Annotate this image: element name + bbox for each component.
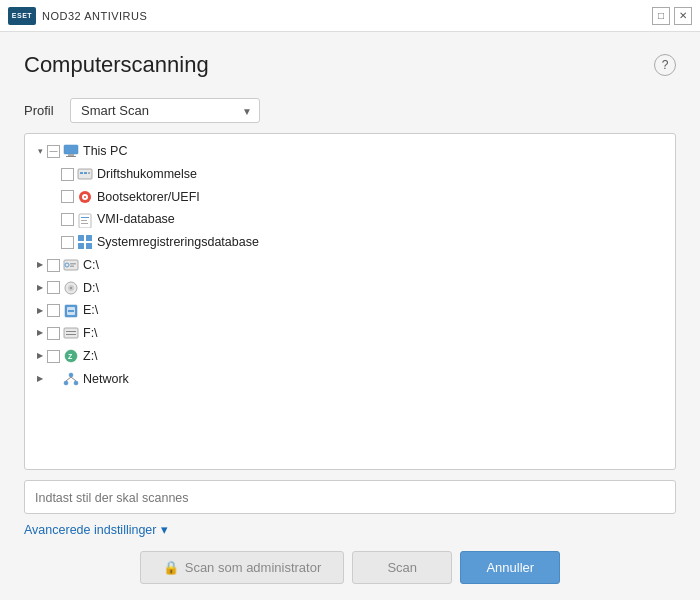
page-header: Computerscanning ? [24, 52, 676, 78]
svg-line-36 [66, 377, 71, 381]
page-title: Computerscanning [24, 52, 209, 78]
icon-driftshukommelse [77, 166, 93, 182]
svg-rect-27 [68, 310, 74, 312]
svg-point-35 [74, 381, 78, 385]
svg-rect-15 [86, 235, 92, 241]
icon-network [63, 371, 79, 387]
tree-item-drive-e: ▶ E:\ [29, 299, 671, 322]
tree-item-bootsektorer: Bootsektorer/UEFI [29, 186, 671, 209]
svg-rect-21 [70, 266, 74, 268]
window-controls: □ ✕ [652, 7, 692, 25]
svg-rect-28 [64, 328, 78, 338]
logo-text: ESET [12, 12, 32, 19]
svg-point-9 [84, 196, 86, 198]
help-button[interactable]: ? [654, 54, 676, 76]
tree-item-drive-f: ▶ F:\ [29, 322, 671, 345]
checkbox-drive-e[interactable] [47, 304, 60, 317]
toggle-drive-e[interactable]: ▶ [33, 305, 47, 317]
icon-this-pc [63, 143, 79, 159]
label-drive-e: E:\ [83, 301, 98, 320]
svg-rect-17 [86, 243, 92, 249]
profile-select[interactable]: Smart Scan Full Scan Custom Scan [70, 98, 260, 123]
admin-scan-label: Scan som administrator [185, 560, 322, 575]
label-driftshukommelse: Driftshukommelse [97, 165, 197, 184]
checkbox-this-pc[interactable] [47, 145, 60, 158]
svg-point-34 [64, 381, 68, 385]
advanced-settings-link[interactable]: Avancerede indstillinger ▾ [24, 522, 676, 537]
icon-vmi [77, 212, 93, 228]
svg-rect-4 [80, 172, 83, 174]
tree-item-driftshukommelse: Driftshukommelse [29, 163, 671, 186]
cancel-button[interactable]: Annuller [460, 551, 560, 584]
toggle-drive-d[interactable]: ▶ [33, 282, 47, 294]
svg-rect-13 [81, 223, 88, 224]
icon-drive-e [63, 303, 79, 319]
checkbox-drive-c[interactable] [47, 259, 60, 272]
tree-item-this-pc: ▾ This PC [29, 140, 671, 163]
label-systemreg: Systemregistreringsdatabase [97, 233, 259, 252]
svg-rect-6 [88, 172, 90, 174]
tree-item-drive-z: ▶ Z Z:\ [29, 345, 671, 368]
checkbox-drive-z[interactable] [47, 350, 60, 363]
toggle-drive-z[interactable]: ▶ [33, 350, 47, 362]
path-input[interactable] [35, 491, 665, 505]
scan-label: Scan [387, 560, 417, 575]
svg-rect-30 [66, 334, 76, 335]
profile-label: Profil [24, 103, 58, 118]
profile-select-wrapper: Smart Scan Full Scan Custom Scan ▼ [70, 98, 260, 123]
icon-drive-f [63, 325, 79, 341]
checkbox-drive-d[interactable] [47, 281, 60, 294]
toggle-drive-c[interactable]: ▶ [33, 259, 47, 271]
close-button[interactable]: ✕ [674, 7, 692, 25]
tree-item-drive-d: ▶ D:\ [29, 277, 671, 300]
toggle-this-pc[interactable]: ▾ [33, 145, 47, 159]
svg-rect-20 [70, 263, 76, 265]
svg-rect-16 [78, 243, 84, 249]
toggle-network[interactable]: ▶ [33, 373, 47, 385]
label-drive-z: Z:\ [83, 347, 98, 366]
svg-rect-0 [64, 145, 78, 154]
label-vmi: VMI-database [97, 210, 175, 229]
svg-rect-2 [66, 156, 76, 157]
label-drive-d: D:\ [83, 279, 99, 298]
svg-rect-12 [81, 220, 87, 221]
checkbox-bootsektorer[interactable] [61, 190, 74, 203]
cancel-label: Annuller [486, 560, 534, 575]
svg-rect-29 [66, 331, 76, 332]
label-drive-f: F:\ [83, 324, 98, 343]
svg-point-24 [70, 287, 72, 289]
checkbox-systemreg[interactable] [61, 236, 74, 249]
button-row: 🔒 Scan som administrator Scan Annuller [24, 551, 676, 584]
svg-point-33 [69, 373, 73, 377]
icon-drive-z: Z [63, 348, 79, 364]
svg-rect-11 [81, 217, 89, 218]
toggle-drive-f[interactable]: ▶ [33, 327, 47, 339]
path-input-area[interactable] [24, 480, 676, 514]
label-bootsektorer: Bootsektorer/UEFI [97, 188, 200, 207]
label-network: Network [83, 370, 129, 389]
icon-systemreg [77, 234, 93, 250]
file-tree[interactable]: ▾ This PC Driftshukommelse Boots [24, 133, 676, 470]
icon-drive-d [63, 280, 79, 296]
lock-icon: 🔒 [163, 560, 179, 575]
checkbox-drive-f[interactable] [47, 327, 60, 340]
checkbox-driftshukommelse[interactable] [61, 168, 74, 181]
icon-drive-c [63, 257, 79, 273]
tree-item-vmi: VMI-database [29, 208, 671, 231]
admin-scan-button[interactable]: 🔒 Scan som administrator [140, 551, 345, 584]
minimize-button[interactable]: □ [652, 7, 670, 25]
svg-rect-1 [68, 154, 74, 156]
tree-item-systemreg: Systemregistreringsdatabase [29, 231, 671, 254]
label-drive-c: C:\ [83, 256, 99, 275]
app-title: NOD32 ANTIVIRUS [42, 10, 652, 22]
svg-rect-18 [64, 260, 78, 270]
main-content: Computerscanning ? Profil Smart Scan Ful… [0, 32, 700, 600]
svg-text:Z: Z [68, 353, 73, 360]
label-this-pc: This PC [83, 142, 127, 161]
tree-item-drive-c: ▶ C:\ [29, 254, 671, 277]
svg-line-37 [71, 377, 76, 381]
profile-row: Profil Smart Scan Full Scan Custom Scan … [24, 98, 676, 123]
checkbox-vmi[interactable] [61, 213, 74, 226]
scan-button[interactable]: Scan [352, 551, 452, 584]
svg-rect-5 [84, 172, 87, 174]
